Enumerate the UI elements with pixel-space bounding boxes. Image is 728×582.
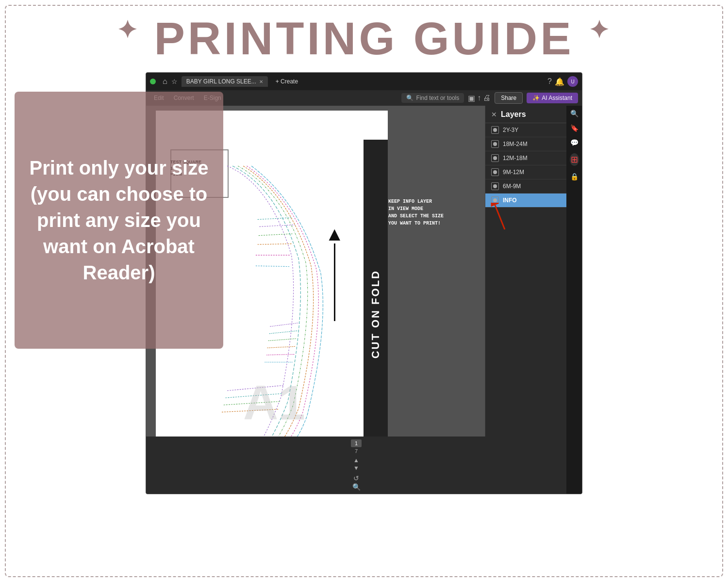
layer-eye-18m24m[interactable] xyxy=(491,140,499,148)
search-icon: 🔍 xyxy=(406,95,414,101)
acrobat-traffic-light xyxy=(150,79,156,84)
sidebar-icon-comment[interactable]: 💬 xyxy=(570,139,579,146)
layer-eye-6m9m[interactable] xyxy=(491,182,499,190)
home-icon[interactable]: ⌂ xyxy=(163,77,167,86)
avatar[interactable]: U xyxy=(567,76,578,87)
page-navigation: 1 7 ▲ ▼ ↺ 🔍 xyxy=(146,436,566,494)
acrobat-tab[interactable]: BABY GIRL LONG SLEE... ✕ xyxy=(182,76,268,87)
annotation-pre: KEEP INFO LAYER IN VIEW MODE AND SELECT … xyxy=(388,198,466,227)
page-title: ✦ PRINTING GUIDE ✦ xyxy=(0,0,728,72)
sidebar-icon-lock[interactable]: 🔒 xyxy=(570,173,579,180)
create-button[interactable]: + Create xyxy=(272,77,302,86)
main-content: Print only your size (you can choose to … xyxy=(0,72,728,509)
acrobat-topbar: ⌂ ☆ BABY GIRL LONG SLEE... ✕ + Create ? … xyxy=(146,73,582,90)
refresh-btn[interactable]: ↺ xyxy=(352,474,361,482)
layer-eye-12m18m[interactable] xyxy=(491,154,499,162)
sidebar-icon-layers-active[interactable]: ⊞ xyxy=(570,153,579,166)
zoom-controls: ↺ 🔍 xyxy=(352,474,361,491)
zoom-out-btn[interactable]: 🔍 xyxy=(352,483,361,491)
page-total: 7 xyxy=(355,448,358,454)
a1-watermark: A1 xyxy=(243,375,305,431)
title-text: PRINTING GUIDE xyxy=(154,13,574,64)
toolbar-icon-3[interactable]: 🖨 xyxy=(483,94,491,103)
avatar-initial: U xyxy=(571,79,574,84)
layer-name-12m18m: 12M-18M xyxy=(503,155,528,162)
red-arrow-svg xyxy=(490,203,514,232)
vertical-arrow: ▲ xyxy=(325,224,344,321)
layers-close-icon[interactable]: ✕ xyxy=(491,111,497,118)
sidebar-icon-bookmark[interactable]: 🔖 xyxy=(570,124,579,132)
bell-icon[interactable]: 🔔 xyxy=(555,77,564,86)
print-info-box: Print only your size (you can choose to … xyxy=(15,92,223,349)
right-sidebar: 🔍 🔖 💬 ⊞ 🔒 xyxy=(566,106,582,494)
scroll-controls: ▲ ▼ xyxy=(353,457,359,471)
scroll-down-btn[interactable]: ▼ xyxy=(353,465,359,471)
help-icon[interactable]: ? xyxy=(547,77,552,86)
layer-eye-2y3y[interactable] xyxy=(491,126,499,134)
page-current: 1 xyxy=(351,439,362,447)
layers-panel: ✕ Layers ⋯ 2Y-3Y 18M-24M 12M-18M xyxy=(485,106,582,494)
title-star-right: ✦ xyxy=(589,16,611,44)
svg-line-1 xyxy=(495,205,505,229)
layer-name-6m9m: 6M-9M xyxy=(503,183,521,190)
annotation-text: KEEP INFO LAYER IN VIEW MODE AND SELECT … xyxy=(388,198,466,227)
scroll-up-btn[interactable]: ▲ xyxy=(353,457,359,464)
search-label[interactable]: Find text or tools xyxy=(416,95,460,101)
layer-name-2y3y: 2Y-3Y xyxy=(503,127,518,133)
ai-label: AI Assistant xyxy=(542,95,572,101)
search-container: 🔍 Find text or tools xyxy=(401,93,464,103)
layer-eye-9m12m[interactable] xyxy=(491,168,499,176)
tab-close-icon[interactable]: ✕ xyxy=(259,79,263,84)
layer-name-9m12m: 9M-12M xyxy=(503,169,524,176)
tab-label: BABY GIRL LONG SLEE... xyxy=(186,78,256,85)
toolbar-icon-2[interactable]: ↑ xyxy=(477,94,481,103)
ai-assistant-button[interactable]: ✨ AI Assistant xyxy=(527,93,578,103)
toolbar-icon-1[interactable]: ▣ xyxy=(468,94,475,103)
sidebar-icon-search[interactable]: 🔍 xyxy=(570,110,579,117)
star-icon[interactable]: ☆ xyxy=(171,78,178,85)
layers-title: Layers xyxy=(501,110,568,119)
cut-on-fold-text: CUT ON FOLD xyxy=(369,270,382,358)
layer-name-18m24m: 18M-24M xyxy=(503,141,528,147)
title-star-left: ✦ xyxy=(117,16,139,44)
ai-icon: ✨ xyxy=(532,95,540,101)
share-button[interactable]: Share xyxy=(495,92,523,104)
print-info-text: Print only your size (you can choose to … xyxy=(29,155,209,286)
toolbar-icons: ▣ ↑ 🖨 xyxy=(468,94,491,103)
